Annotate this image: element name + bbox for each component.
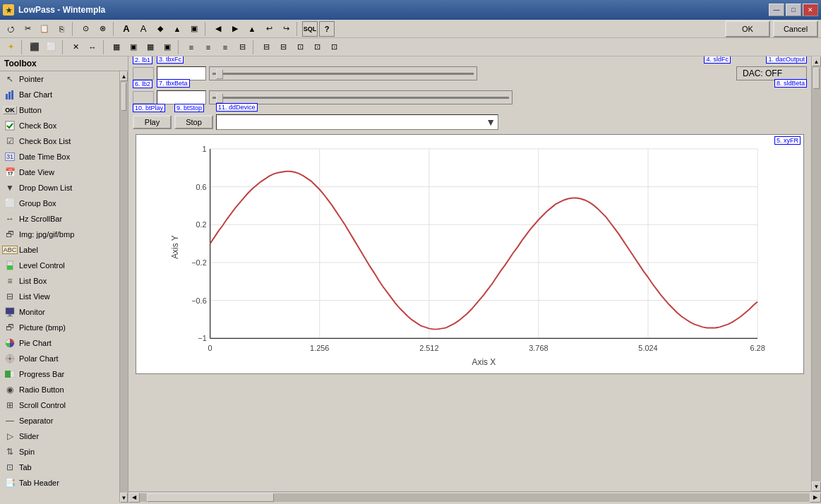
tb-help[interactable]: ? xyxy=(319,21,335,37)
h-scroll-thumb[interactable] xyxy=(147,493,274,502)
h-scroll-left[interactable]: ◀ xyxy=(128,493,140,503)
right-scroll-down[interactable]: ▼ xyxy=(812,481,821,491)
toolbox-item-hz-scrollbar[interactable]: ↔Hz ScrollBar xyxy=(0,211,119,227)
toolbox-item-date-view[interactable]: 📅Date View xyxy=(0,164,119,180)
scroll-down-arrow[interactable]: ▼ xyxy=(120,493,128,503)
tb2-b14[interactable]: ⊟ xyxy=(275,40,291,55)
minimize-button[interactable]: — xyxy=(769,4,784,16)
ddDevice-widget[interactable]: ▼ xyxy=(216,114,498,130)
tb-text1[interactable]: A xyxy=(119,21,134,37)
sldBeta-widget[interactable] xyxy=(209,90,513,104)
tb-undo[interactable]: ⭯ xyxy=(3,21,18,37)
toolbox-item-radio-button[interactable]: ◉Radio Button xyxy=(0,382,119,397)
toolbox-item-label[interactable]: ABCLabel xyxy=(0,242,119,258)
h-scroll-track[interactable] xyxy=(140,493,810,502)
toolbox-item-pointer[interactable]: ↖Pointer xyxy=(0,71,119,87)
stop-button[interactable]: Stop xyxy=(174,115,213,129)
toolbox-item-list-box[interactable]: ≡List Box xyxy=(0,273,119,289)
tb2-b1[interactable]: ⬛ xyxy=(27,40,42,55)
toolbox-scrollbar[interactable]: ▲ ▼ xyxy=(119,71,128,503)
toolbox-item-separator[interactable]: —Separator xyxy=(0,413,119,428)
tb-sql[interactable]: SQL xyxy=(302,21,318,37)
toolbox-item-slider[interactable]: ▷Slider xyxy=(0,428,119,444)
close-button[interactable]: ✕ xyxy=(803,4,818,16)
tb-text2[interactable]: A xyxy=(136,21,151,37)
tb2-b4[interactable]: ↔ xyxy=(85,40,100,55)
tb-shape1[interactable]: ◆ xyxy=(152,21,168,37)
toolbox-item-pie-chart[interactable]: Pie Chart xyxy=(0,335,119,351)
ddDevice-container[interactable]: 11. ddDevice ▼ xyxy=(216,109,807,130)
toolbox-item-check-box-list[interactable]: ☑Check Box List xyxy=(0,133,119,149)
toolbox-item-bar-chart[interactable]: Bar Chart xyxy=(0,87,119,102)
tb2-b17[interactable]: ⊡ xyxy=(326,40,342,55)
toolbox-label-group-box: Group Box xyxy=(19,199,56,208)
tb2-b16[interactable]: ⊡ xyxy=(309,40,325,55)
scroll-track[interactable] xyxy=(120,81,128,493)
tb-arr5[interactable]: ↪ xyxy=(278,21,294,37)
tbxBeta-container[interactable]: 7. tbxBeta xyxy=(157,85,206,104)
toolbox-item-drop-down-list[interactable]: ▼Drop Down List xyxy=(0,180,119,196)
tb2-b12[interactable]: ⊟ xyxy=(234,40,250,55)
toolbox-label-progress-bar: Progress Bar xyxy=(19,370,64,378)
toolbox-item-polar-chart[interactable]: Polar Chart xyxy=(0,351,119,366)
right-scroll-thumb[interactable] xyxy=(813,68,820,89)
sldFc-widget[interactable] xyxy=(209,66,477,80)
toolbox-item-scroll-control[interactable]: ⊞Scroll Control xyxy=(0,397,119,413)
cancel-button[interactable]: Cancel xyxy=(773,20,818,37)
ok-button[interactable]: OK xyxy=(725,20,770,37)
sldFc-container[interactable]: 4. sldFc xyxy=(209,61,731,80)
tb2-b11[interactable]: ≡ xyxy=(217,40,233,55)
tb2-b6[interactable]: ▣ xyxy=(126,40,141,55)
tb-shape2[interactable]: ▲ xyxy=(169,21,185,37)
tb-cut[interactable]: ✂ xyxy=(20,21,35,37)
tb2-b13[interactable]: ⊟ xyxy=(258,40,274,55)
toolbox-item-monitor[interactable]: Monitor xyxy=(0,304,119,320)
toolbox-item-button[interactable]: OKButton xyxy=(0,102,119,118)
toolbox-item-check-box[interactable]: Check Box xyxy=(0,118,119,133)
tb-open[interactable]: ⊙ xyxy=(78,21,93,37)
right-scroll-track[interactable] xyxy=(812,66,821,481)
tb2-b10[interactable]: ≡ xyxy=(200,40,216,55)
toolbox-item-img[interactable]: 🗗Img: jpg/gif/bmp xyxy=(0,227,119,242)
toolbox-item-group-box[interactable]: ⬜Group Box xyxy=(0,196,119,211)
toolbox-item-tab[interactable]: ⊡Tab xyxy=(0,460,119,475)
maximize-button[interactable]: □ xyxy=(786,4,801,16)
scroll-up-arrow[interactable]: ▲ xyxy=(120,71,128,81)
tb-arr3[interactable]: ▲ xyxy=(244,21,260,37)
toolbox-item-picture[interactable]: 🗗Picture (bmp) xyxy=(0,320,119,335)
toolbox-item-tab-header[interactable]: 📑Tab Header xyxy=(0,475,119,491)
tb2-b2[interactable]: ⬜ xyxy=(44,40,59,55)
btStop-container[interactable]: 9. btStop Stop xyxy=(174,109,213,129)
sldBeta-container[interactable]: 8. sldBeta xyxy=(209,85,807,104)
right-scrollbar[interactable]: ▲ ▼ xyxy=(811,56,821,491)
tb2-b7[interactable]: ▦ xyxy=(143,40,158,55)
scroll-thumb[interactable] xyxy=(121,83,126,111)
toolbox-item-progress-bar[interactable]: Progress Bar xyxy=(0,366,119,382)
tb2-b8[interactable]: ▣ xyxy=(160,40,175,55)
tb-arr4[interactable]: ↩ xyxy=(261,21,277,37)
tb2-b5[interactable]: ▦ xyxy=(109,40,124,55)
tb2-b3[interactable]: ✕ xyxy=(68,40,83,55)
tbxFc-widget[interactable] xyxy=(157,66,206,80)
toolbox-item-list-view[interactable]: ⊟List View xyxy=(0,289,119,304)
tb2-b15[interactable]: ⊡ xyxy=(292,40,308,55)
toolbox-item-date-time-box[interactable]: 31Date Time Box xyxy=(0,149,119,164)
btPlay-container[interactable]: 10. btPlay Play xyxy=(133,109,172,129)
h-scroll-right[interactable]: ▶ xyxy=(810,493,821,503)
tbxFc-container[interactable]: 3. tbxFc xyxy=(157,61,206,80)
tb-close[interactable]: ⊗ xyxy=(95,21,110,37)
toolbox-item-level-control[interactable]: Level Control xyxy=(0,258,119,273)
tb-paste[interactable]: ⎘ xyxy=(54,21,69,37)
toolbar-sep-3 xyxy=(205,22,208,36)
toolbox-item-spin[interactable]: ⇅Spin xyxy=(0,444,119,460)
play-button[interactable]: Play xyxy=(133,115,172,129)
tb2-b9[interactable]: ≡ xyxy=(184,40,199,55)
tbxBeta-widget[interactable] xyxy=(157,90,206,104)
bottom-scrollbar[interactable]: ◀ ▶ xyxy=(128,491,821,503)
right-scroll-up[interactable]: ▲ xyxy=(812,56,821,66)
tb-copy[interactable]: 📋 xyxy=(37,21,52,37)
tb-arr2[interactable]: ▶ xyxy=(227,21,243,37)
tb-arr1[interactable]: ◀ xyxy=(210,21,226,37)
tb-shape3[interactable]: ▣ xyxy=(186,21,202,37)
tb2-star[interactable]: ✦ xyxy=(3,40,18,55)
